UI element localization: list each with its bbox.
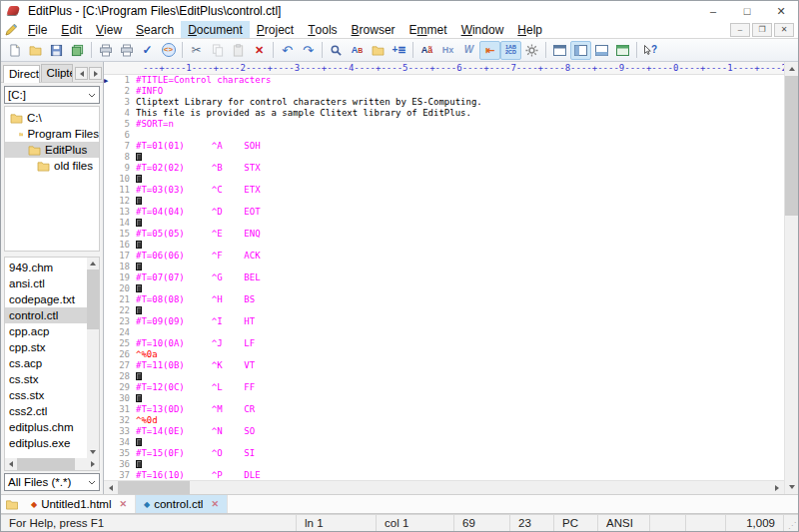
scroll-up-icon[interactable] bbox=[785, 62, 798, 76]
close-tab-icon[interactable]: ✕ bbox=[211, 499, 219, 509]
modified-state-icon: ◆ bbox=[31, 500, 37, 509]
new-file-button[interactable] bbox=[4, 41, 25, 60]
save-button[interactable] bbox=[46, 41, 67, 60]
file-list-vscrollbar[interactable] bbox=[87, 258, 99, 458]
file-filter-selector[interactable]: All Files (*.*) bbox=[4, 473, 100, 491]
menu-tools[interactable]: Tools bbox=[301, 21, 344, 38]
menu-project[interactable]: Project bbox=[250, 21, 301, 38]
file-item-control-ctl[interactable]: control.ctl bbox=[5, 307, 87, 323]
open-browser-window-button[interactable] bbox=[612, 41, 633, 60]
toggle-sidebar-button[interactable] bbox=[570, 41, 591, 60]
menu-emmet[interactable]: Emmet bbox=[402, 21, 454, 38]
print-button[interactable] bbox=[116, 41, 137, 60]
toggle-bookmark-button[interactable]: +≣ bbox=[389, 41, 409, 60]
file-item-cpp-acp[interactable]: cpp.acp bbox=[5, 323, 87, 339]
tree-item-old-files[interactable]: old files bbox=[5, 158, 99, 174]
editor-vscrollbar[interactable] bbox=[784, 62, 798, 494]
context-help-button[interactable]: ? bbox=[640, 41, 661, 60]
tree-item-program-files[interactable]: Program Files bbox=[5, 126, 99, 142]
scroll-right-icon[interactable] bbox=[770, 481, 784, 494]
tab-cliptext[interactable]: Cliptext bbox=[41, 64, 73, 82]
mdi-restore-icon[interactable]: ❐ bbox=[752, 23, 772, 37]
toggle-fullscreen-button[interactable] bbox=[549, 41, 570, 60]
document-selector-icon[interactable] bbox=[1, 495, 23, 513]
mdi-close-icon[interactable]: ✕ bbox=[774, 23, 794, 37]
file-item-cpp-stx[interactable]: cpp.stx bbox=[5, 339, 87, 355]
close-tab-icon[interactable]: ✕ bbox=[119, 499, 127, 509]
view-in-browser-button[interactable]: <> bbox=[158, 41, 179, 60]
mdi-minimize-icon[interactable]: – bbox=[730, 23, 750, 37]
scroll-down-icon[interactable] bbox=[87, 446, 99, 458]
maximize-icon[interactable]: □ bbox=[730, 1, 764, 21]
line-numbers-button[interactable]: 1AB2CD bbox=[500, 41, 521, 60]
code-line: 35#T=15(0F) ^O SI bbox=[104, 448, 784, 459]
menu-document[interactable]: Document bbox=[181, 21, 250, 38]
find-button[interactable] bbox=[326, 41, 347, 60]
menu-view[interactable]: View bbox=[89, 21, 129, 38]
menu-help[interactable]: Help bbox=[510, 21, 549, 38]
tab-directory[interactable]: Directory bbox=[3, 65, 40, 83]
menu-search[interactable]: Search bbox=[129, 21, 181, 38]
code-line: 24 bbox=[104, 327, 784, 338]
sidebar-tab-scroll-left-icon[interactable] bbox=[75, 67, 88, 80]
drive-selector[interactable]: [C:] bbox=[4, 86, 100, 104]
toggle-output-button[interactable] bbox=[591, 41, 612, 60]
file-item-css-stx[interactable]: css.stx bbox=[5, 387, 87, 403]
open-button[interactable] bbox=[25, 41, 46, 60]
editor-hscrollbar[interactable] bbox=[104, 480, 784, 494]
menu-edit[interactable]: Edit bbox=[54, 21, 89, 38]
menu-file[interactable]: File bbox=[21, 21, 54, 38]
cut-button[interactable]: ✂ bbox=[186, 41, 207, 60]
preferences-button[interactable] bbox=[521, 41, 542, 60]
sidebar-tab-scroll-right-icon[interactable] bbox=[89, 67, 102, 80]
spell-check-button[interactable]: ✓ bbox=[137, 41, 158, 60]
close-icon[interactable]: ✕ bbox=[764, 1, 798, 21]
scroll-left-icon[interactable] bbox=[5, 458, 17, 470]
file-list-hscrollbar[interactable] bbox=[5, 458, 99, 470]
word-wrap-button[interactable]: W bbox=[458, 41, 479, 60]
delete-button[interactable]: ✕ bbox=[249, 41, 270, 60]
redo-button[interactable]: ↷ bbox=[298, 41, 319, 60]
open-icon bbox=[29, 45, 42, 56]
line-margin bbox=[104, 163, 114, 174]
menu-browser[interactable]: Browser bbox=[345, 21, 402, 38]
line-text bbox=[136, 174, 784, 185]
line-number: 16 bbox=[114, 240, 136, 251]
hex-viewer-button[interactable]: Hx bbox=[437, 41, 458, 60]
file-item-css2-ctl[interactable]: css2.ctl bbox=[5, 403, 87, 419]
file-item-cs-acp[interactable]: cs.acp bbox=[5, 355, 87, 371]
file-list: 949.chmansi.ctlcodepage.txtcontrol.ctlcp… bbox=[5, 258, 87, 458]
menu-window[interactable]: Window bbox=[454, 21, 511, 38]
change-case-button[interactable]: Aã bbox=[416, 41, 437, 60]
scroll-right-icon[interactable] bbox=[87, 458, 99, 470]
editor-text-area[interactable]: ▶1#TITLE=Control characters2#INFO3Clipte… bbox=[104, 75, 784, 480]
tab-settings-button[interactable]: ⇤ bbox=[479, 41, 500, 60]
file-item-editplus-chm[interactable]: editplus.chm bbox=[5, 419, 87, 435]
find-in-files-button[interactable] bbox=[368, 41, 389, 60]
save-all-button[interactable] bbox=[67, 41, 88, 60]
minimize-icon[interactable]: – bbox=[696, 1, 730, 21]
replace-button[interactable]: AB bbox=[347, 41, 368, 60]
paste-button[interactable] bbox=[228, 41, 249, 60]
file-item-codepage-txt[interactable]: codepage.txt bbox=[5, 291, 87, 307]
file-item-cs-stx[interactable]: cs.stx bbox=[5, 371, 87, 387]
tree-item-editplus[interactable]: EditPlus bbox=[5, 142, 99, 158]
undo-button[interactable]: ↶ bbox=[277, 41, 298, 60]
file-item-editplus-exe[interactable]: editplus.exe bbox=[5, 435, 87, 451]
scroll-up-icon[interactable] bbox=[87, 258, 99, 269]
control-char-glyph bbox=[136, 284, 142, 292]
tree-item-c-[interactable]: C:\ bbox=[5, 110, 99, 126]
line-margin bbox=[104, 426, 114, 437]
doc-tab-label: control.ctl bbox=[154, 498, 203, 510]
line-margin bbox=[104, 360, 114, 371]
scroll-down-icon[interactable] bbox=[785, 480, 798, 494]
mdi-window-controls: – ❐ ✕ bbox=[728, 21, 798, 38]
scroll-left-icon[interactable] bbox=[104, 481, 118, 494]
copy-button[interactable] bbox=[207, 41, 228, 60]
line-margin bbox=[104, 459, 114, 470]
print-preview-button[interactable] bbox=[95, 41, 116, 60]
file-item-949-chm[interactable]: 949.chm bbox=[5, 260, 87, 275]
doc-tab-untitled1-html[interactable]: ◆Untitled1.html✕ bbox=[23, 495, 136, 513]
file-item-ansi-ctl[interactable]: ansi.ctl bbox=[5, 275, 87, 291]
doc-tab-control-ctl[interactable]: ◆control.ctl✕ bbox=[136, 495, 228, 513]
